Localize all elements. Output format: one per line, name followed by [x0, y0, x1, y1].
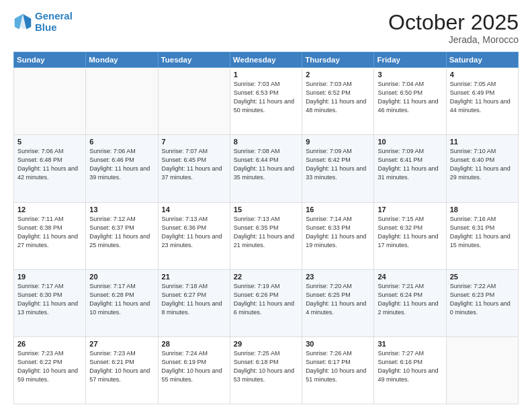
- day-info: Sunrise: 7:17 AM Sunset: 6:30 PM Dayligh…: [17, 282, 82, 317]
- daylight-text: Daylight: 11 hours and 31 minutes.: [378, 165, 438, 181]
- day-info: Sunrise: 7:10 AM Sunset: 6:40 PM Dayligh…: [450, 147, 515, 182]
- daylight-text: Daylight: 11 hours and 25 minutes.: [89, 233, 150, 248]
- calendar-week-row: 19 Sunrise: 7:17 AM Sunset: 6:30 PM Dayl…: [14, 269, 519, 336]
- day-number: 26: [17, 340, 82, 348]
- sunrise-text: Sunrise: 7:15 AM: [378, 216, 424, 222]
- table-row: 2 Sunrise: 7:03 AM Sunset: 6:52 PM Dayli…: [302, 68, 374, 135]
- daylight-text: Daylight: 11 hours and 8 minutes.: [162, 300, 222, 316]
- sunrise-text: Sunrise: 7:18 AM: [162, 283, 208, 289]
- table-row: 29 Sunrise: 7:25 AM Sunset: 6:18 PM Dayl…: [230, 336, 302, 404]
- table-row: 15 Sunrise: 7:13 AM Sunset: 6:35 PM Dayl…: [230, 202, 302, 269]
- day-info: Sunrise: 7:17 AM Sunset: 6:28 PM Dayligh…: [89, 282, 154, 317]
- daylight-text: Daylight: 11 hours and 33 minutes.: [306, 165, 366, 181]
- sunrise-text: Sunrise: 7:06 AM: [17, 148, 64, 154]
- sunset-text: Sunset: 6:41 PM: [378, 156, 423, 163]
- day-number: 29: [234, 340, 298, 348]
- col-tuesday: Tuesday: [158, 52, 230, 68]
- sunset-text: Sunset: 6:26 PM: [234, 291, 279, 298]
- sunset-text: Sunset: 6:18 PM: [234, 359, 279, 365]
- daylight-text: Daylight: 11 hours and 39 minutes.: [89, 165, 150, 181]
- daylight-text: Daylight: 11 hours and 17 minutes.: [378, 233, 438, 248]
- day-info: Sunrise: 7:05 AM Sunset: 6:49 PM Dayligh…: [450, 80, 515, 115]
- daylight-text: Daylight: 11 hours and 44 minutes.: [450, 98, 511, 113]
- sunset-text: Sunset: 6:16 PM: [378, 359, 423, 365]
- day-info: Sunrise: 7:03 AM Sunset: 6:52 PM Dayligh…: [306, 80, 370, 115]
- day-info: Sunrise: 7:09 AM Sunset: 6:41 PM Dayligh…: [378, 147, 442, 182]
- day-number: 7: [162, 138, 226, 146]
- title-block: October 2025 Jerada, Morocco: [388, 11, 519, 45]
- sunrise-text: Sunrise: 7:11 AM: [17, 216, 64, 222]
- daylight-text: Daylight: 11 hours and 13 minutes.: [17, 300, 78, 316]
- table-row: 16 Sunrise: 7:14 AM Sunset: 6:33 PM Dayl…: [302, 202, 374, 269]
- header: General Blue October 2025 Jerada, Morocc…: [13, 11, 519, 45]
- logo-line1: General: [35, 10, 73, 21]
- day-info: Sunrise: 7:12 AM Sunset: 6:37 PM Dayligh…: [89, 215, 154, 250]
- sunrise-text: Sunrise: 7:12 AM: [89, 216, 136, 222]
- day-number: 21: [162, 273, 226, 281]
- daylight-text: Daylight: 11 hours and 21 minutes.: [234, 233, 294, 248]
- day-info: Sunrise: 7:15 AM Sunset: 6:32 PM Dayligh…: [378, 215, 442, 250]
- daylight-text: Daylight: 10 hours and 53 minutes.: [234, 367, 294, 383]
- day-info: Sunrise: 7:09 AM Sunset: 6:42 PM Dayligh…: [306, 147, 370, 182]
- sunset-text: Sunset: 6:24 PM: [378, 291, 423, 298]
- table-row: 11 Sunrise: 7:10 AM Sunset: 6:40 PM Dayl…: [446, 135, 518, 202]
- day-info: Sunrise: 7:20 AM Sunset: 6:25 PM Dayligh…: [306, 282, 370, 317]
- day-info: Sunrise: 7:16 AM Sunset: 6:31 PM Dayligh…: [450, 215, 515, 250]
- table-row: 7 Sunrise: 7:07 AM Sunset: 6:45 PM Dayli…: [158, 135, 230, 202]
- table-row: 25 Sunrise: 7:22 AM Sunset: 6:23 PM Dayl…: [446, 269, 518, 336]
- sunset-text: Sunset: 6:35 PM: [234, 224, 279, 231]
- sunrise-text: Sunrise: 7:06 AM: [89, 148, 136, 154]
- table-row: 31 Sunrise: 7:27 AM Sunset: 6:16 PM Dayl…: [374, 336, 446, 404]
- sunset-text: Sunset: 6:53 PM: [234, 89, 279, 96]
- daylight-text: Daylight: 11 hours and 0 minutes.: [450, 300, 511, 316]
- sunset-text: Sunset: 6:31 PM: [450, 224, 495, 231]
- day-info: Sunrise: 7:08 AM Sunset: 6:44 PM Dayligh…: [234, 147, 298, 182]
- day-info: Sunrise: 7:19 AM Sunset: 6:26 PM Dayligh…: [234, 282, 298, 317]
- sunset-text: Sunset: 6:45 PM: [162, 156, 207, 163]
- sunrise-text: Sunrise: 7:23 AM: [89, 350, 136, 357]
- location: Jerada, Morocco: [388, 34, 519, 45]
- sunrise-text: Sunrise: 7:10 AM: [450, 148, 496, 154]
- table-row: 22 Sunrise: 7:19 AM Sunset: 6:26 PM Dayl…: [230, 269, 302, 336]
- sunset-text: Sunset: 6:30 PM: [17, 291, 62, 298]
- daylight-text: Daylight: 11 hours and 37 minutes.: [162, 165, 222, 181]
- day-info: Sunrise: 7:23 AM Sunset: 6:22 PM Dayligh…: [17, 349, 82, 384]
- daylight-text: Daylight: 11 hours and 23 minutes.: [162, 233, 222, 248]
- day-info: Sunrise: 7:13 AM Sunset: 6:35 PM Dayligh…: [234, 215, 298, 250]
- sunset-text: Sunset: 6:27 PM: [162, 291, 207, 298]
- sunrise-text: Sunrise: 7:17 AM: [89, 283, 136, 289]
- day-number: 10: [378, 138, 442, 146]
- sunset-text: Sunset: 6:22 PM: [17, 359, 62, 365]
- table-row: 9 Sunrise: 7:09 AM Sunset: 6:42 PM Dayli…: [302, 135, 374, 202]
- sunset-text: Sunset: 6:38 PM: [17, 224, 62, 231]
- daylight-text: Daylight: 11 hours and 46 minutes.: [378, 98, 438, 113]
- day-info: Sunrise: 7:06 AM Sunset: 6:46 PM Dayligh…: [89, 147, 154, 182]
- day-info: Sunrise: 7:14 AM Sunset: 6:33 PM Dayligh…: [306, 215, 370, 250]
- sunset-text: Sunset: 6:32 PM: [378, 224, 423, 231]
- day-info: Sunrise: 7:22 AM Sunset: 6:23 PM Dayligh…: [450, 282, 515, 317]
- daylight-text: Daylight: 10 hours and 57 minutes.: [89, 367, 150, 383]
- daylight-text: Daylight: 11 hours and 48 minutes.: [306, 98, 366, 113]
- sunset-text: Sunset: 6:46 PM: [89, 156, 134, 163]
- daylight-text: Daylight: 11 hours and 2 minutes.: [378, 300, 438, 316]
- table-row: 1 Sunrise: 7:03 AM Sunset: 6:53 PM Dayli…: [230, 68, 302, 135]
- sunrise-text: Sunrise: 7:26 AM: [306, 350, 352, 357]
- sunset-text: Sunset: 6:42 PM: [306, 156, 351, 163]
- table-row: 14 Sunrise: 7:13 AM Sunset: 6:36 PM Dayl…: [158, 202, 230, 269]
- table-row: 12 Sunrise: 7:11 AM Sunset: 6:38 PM Dayl…: [14, 202, 86, 269]
- calendar-week-row: 26 Sunrise: 7:23 AM Sunset: 6:22 PM Dayl…: [14, 336, 519, 404]
- day-number: 9: [306, 138, 370, 146]
- day-info: Sunrise: 7:27 AM Sunset: 6:16 PM Dayligh…: [378, 349, 442, 384]
- sunrise-text: Sunrise: 7:09 AM: [378, 148, 424, 154]
- day-number: 3: [378, 71, 442, 79]
- month-title: October 2025: [388, 11, 519, 34]
- day-number: 16: [306, 205, 370, 214]
- sunset-text: Sunset: 6:28 PM: [89, 291, 134, 298]
- sunrise-text: Sunrise: 7:05 AM: [450, 81, 496, 87]
- daylight-text: Daylight: 11 hours and 10 minutes.: [89, 300, 150, 316]
- day-info: Sunrise: 7:03 AM Sunset: 6:53 PM Dayligh…: [234, 80, 298, 115]
- day-number: 5: [17, 138, 82, 146]
- table-row: 27 Sunrise: 7:23 AM Sunset: 6:21 PM Dayl…: [86, 336, 158, 404]
- day-number: 11: [450, 138, 515, 146]
- day-number: 20: [89, 273, 154, 281]
